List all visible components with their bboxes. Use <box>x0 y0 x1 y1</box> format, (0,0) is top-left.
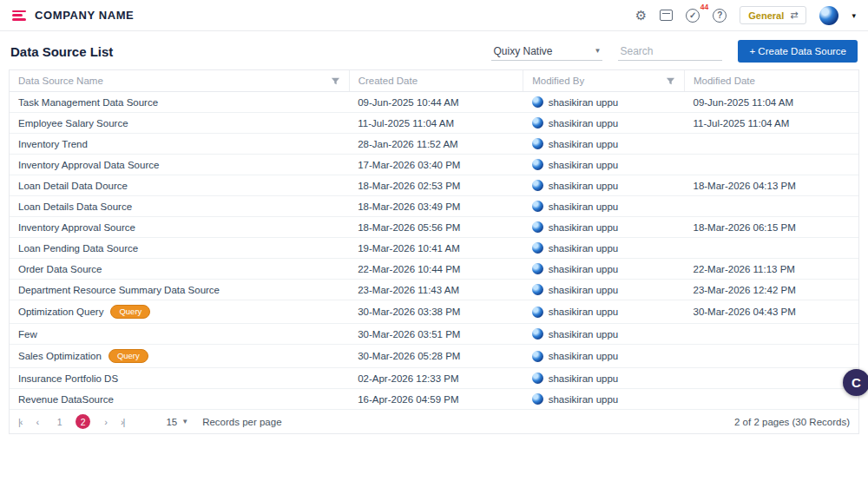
cell-created-date: 02-Apr-2026 12:33 PM <box>349 368 523 389</box>
cell-data-source-name[interactable]: Loan Details Data Source <box>10 196 349 217</box>
table-row[interactable]: Loan Pending Data Source19-Mar-2026 10:4… <box>10 238 858 259</box>
page-size-value: 15 <box>166 417 177 427</box>
cell-data-source-name[interactable]: Inventory Trend <box>10 134 349 155</box>
cell-created-date: 11-Jul-2025 11:04 AM <box>349 113 523 134</box>
table-row[interactable]: Department Resource Summary Data Source2… <box>10 280 858 300</box>
user-avatar <box>532 117 543 129</box>
prev-page-button[interactable]: ‹ <box>36 417 39 427</box>
page-toolbar: Data Source List Quixy Native ▼ + Create… <box>0 31 868 69</box>
avatar[interactable] <box>819 6 838 25</box>
cell-modified-by: shasikiran uppu <box>523 217 685 238</box>
pagination-summary: 2 of 2 pages (30 Records) <box>734 417 850 427</box>
cell-data-source-name[interactable]: Few <box>10 324 349 345</box>
cell-modified-date: 09-Jun-2025 11:04 AM <box>684 92 858 113</box>
caret-down-icon[interactable]: ▾ <box>852 11 856 20</box>
chat-fab-button[interactable]: C <box>843 369 868 396</box>
cell-data-source-name[interactable]: Order Data Source <box>10 259 349 280</box>
page-number-button[interactable]: 1 <box>52 414 67 429</box>
cell-modified-date <box>684 155 858 175</box>
type-filter-select[interactable]: Quixy Native ▼ <box>491 43 602 61</box>
user-avatar <box>532 351 543 362</box>
cell-modified-by: shasikiran uppu <box>523 368 685 389</box>
cell-created-date: 16-Apr-2026 04:59 PM <box>349 389 523 410</box>
table-row[interactable]: Insurance Portfolio DS02-Apr-2026 12:33 … <box>10 368 858 389</box>
swap-icon: ⇄ <box>790 10 798 21</box>
query-badge: Query <box>110 305 150 319</box>
table-row[interactable]: Loan Details Data Source18-Mar-2026 03:4… <box>10 196 858 217</box>
cell-data-source-name[interactable]: Optimization QueryQuery <box>10 300 349 324</box>
col-modified-by: Modified By <box>523 70 685 92</box>
table-row[interactable]: Inventory Approval Data Source17-Mar-202… <box>10 155 858 175</box>
cell-modified-date: 30-Mar-2026 04:43 PM <box>684 300 858 324</box>
cell-modified-by: shasikiran uppu <box>523 280 685 300</box>
page-title: Data Source List <box>10 44 113 59</box>
user-avatar <box>532 373 543 384</box>
cell-created-date: 30-Mar-2026 05:28 PM <box>349 345 523 368</box>
user-avatar <box>532 138 543 149</box>
cell-modified-date <box>684 134 858 155</box>
check-glyph: ✓ <box>686 9 700 23</box>
cell-modified-by: shasikiran uppu <box>523 155 685 175</box>
cell-modified-date: 22-Mar-2026 11:13 PM <box>684 259 858 280</box>
first-page-button[interactable]: |‹ <box>18 417 23 427</box>
cell-created-date: 18-Mar-2026 02:53 PM <box>349 175 523 196</box>
page-number-button[interactable]: 2 <box>76 414 90 429</box>
cell-data-source-name[interactable]: Employee Salary Source <box>10 113 349 134</box>
table-row[interactable]: Loan Detail Data Dource18-Mar-2026 02:53… <box>10 175 858 196</box>
table-row[interactable]: Inventory Approval Source18-Mar-2026 05:… <box>10 217 858 238</box>
user-avatar <box>532 284 543 295</box>
cell-data-source-name[interactable]: Inventory Approval Data Source <box>10 155 349 175</box>
archive-icon[interactable] <box>660 10 673 21</box>
user-avatar <box>532 328 543 340</box>
user-avatar <box>532 180 543 191</box>
chevron-down-icon: ▼ <box>181 418 188 425</box>
table-row[interactable]: Revenue DataSource16-Apr-2026 04:59 PMsh… <box>10 389 858 410</box>
cell-created-date: 30-Mar-2026 03:38 PM <box>349 300 523 324</box>
filter-icon[interactable] <box>331 76 340 86</box>
cell-modified-by: shasikiran uppu <box>523 196 685 217</box>
menu-icon[interactable] <box>12 10 26 21</box>
cell-data-source-name[interactable]: Task Management Data Source <box>10 92 349 113</box>
cell-data-source-name[interactable]: Department Resource Summary Data Source <box>10 280 349 300</box>
create-data-source-button[interactable]: + Create Data Source <box>738 40 858 63</box>
cell-created-date: 28-Jan-2026 11:52 AM <box>349 134 523 155</box>
table-row[interactable]: Order Data Source22-Mar-2026 10:44 PMsha… <box>10 259 858 280</box>
cell-modified-date <box>684 324 858 345</box>
table-row[interactable]: Inventory Trend28-Jan-2026 11:52 AMshasi… <box>10 134 858 155</box>
cell-modified-by: shasikiran uppu <box>523 92 685 113</box>
page-size-select[interactable]: 15 ▼ <box>166 417 188 427</box>
next-page-button[interactable]: › <box>104 417 107 427</box>
org-selector[interactable]: General ⇄ <box>740 6 806 24</box>
cell-data-source-name[interactable]: Revenue DataSource <box>10 389 349 410</box>
filter-icon[interactable] <box>666 76 675 86</box>
search-input[interactable] <box>618 43 722 61</box>
cell-created-date: 18-Mar-2026 05:56 PM <box>349 217 523 238</box>
table-row[interactable]: Employee Salary Source11-Jul-2025 11:04 … <box>10 113 858 134</box>
table-row[interactable]: Sales OptimizationQuery30-Mar-2026 05:28… <box>10 345 858 368</box>
user-avatar <box>532 393 543 405</box>
cell-data-source-name[interactable]: Loan Pending Data Source <box>10 238 349 259</box>
table-row[interactable]: Optimization QueryQuery30-Mar-2026 03:38… <box>10 300 858 324</box>
cell-modified-by: shasikiran uppu <box>523 259 685 280</box>
cell-modified-by: shasikiran uppu <box>523 238 685 259</box>
cell-data-source-name[interactable]: Inventory Approval Source <box>10 217 349 238</box>
cell-modified-by: shasikiran uppu <box>523 175 685 196</box>
last-page-button[interactable]: ›| <box>121 417 125 427</box>
cell-data-source-name[interactable]: Sales OptimizationQuery <box>10 345 349 368</box>
cell-modified-by: shasikiran uppu <box>523 345 685 368</box>
pagination-bar: |‹ ‹ 12 › ›| 15 ▼ Records per page 2 of … <box>9 410 859 434</box>
top-bar: COMPANY NAME ⚙ ✓ 44 ? General ⇄ ▾ <box>0 0 868 31</box>
cell-created-date: 18-Mar-2026 03:49 PM <box>349 196 523 217</box>
check-circle-icon[interactable]: ✓ 44 <box>686 9 700 23</box>
table-row[interactable]: Few30-Mar-2026 03:51 PMshasikiran uppu <box>10 324 858 345</box>
type-filter-value: Quixy Native <box>493 45 552 57</box>
col-data-source-name: Data Source Name <box>10 70 349 92</box>
table-row[interactable]: Task Management Data Source09-Jun-2025 1… <box>10 92 858 113</box>
cell-data-source-name[interactable]: Insurance Portfolio DS <box>10 368 349 389</box>
cell-data-source-name[interactable]: Loan Detail Data Dource <box>10 175 349 196</box>
cell-modified-by: shasikiran uppu <box>523 389 685 410</box>
cell-modified-date <box>684 238 858 259</box>
help-icon[interactable]: ? <box>713 9 727 23</box>
cell-created-date: 30-Mar-2026 03:51 PM <box>349 324 523 345</box>
gear-icon[interactable]: ⚙ <box>635 9 647 22</box>
